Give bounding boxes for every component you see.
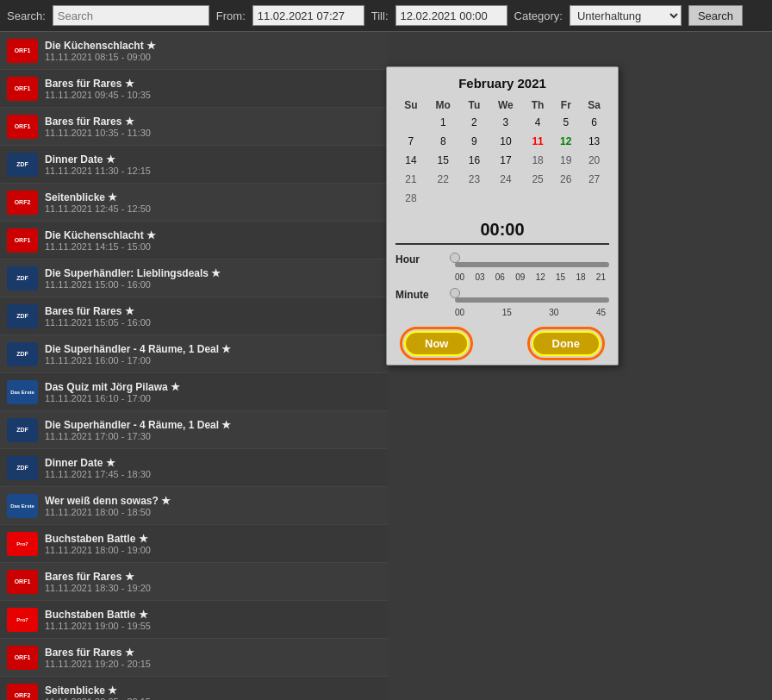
calendar-day[interactable]: 24 [489, 170, 523, 189]
channel-logo: ZDF [7, 153, 38, 177]
calendar-day[interactable]: 21 [395, 170, 426, 189]
category-label: Category: [514, 9, 563, 22]
program-info: Die Superhändler - 4 Räume, 1 Deal ★11.1… [45, 343, 231, 366]
program-title: Die Küchenschlacht ★ [45, 40, 156, 52]
calendar-day [523, 189, 553, 208]
program-item[interactable]: ZDFDinner Date ★11.11.2021 11:30 - 12:15 [0, 146, 388, 184]
calendar-day[interactable]: 17 [489, 151, 523, 170]
calendar-day[interactable]: 11 [523, 132, 553, 151]
calendar-day[interactable]: 18 [523, 151, 553, 170]
calendar-day-header: Fr [552, 97, 579, 113]
program-time: 11.11.2021 18:00 - 19:00 [45, 545, 151, 555]
channel-logo: Das Erste [7, 494, 38, 518]
calendar-week-row: 28 [395, 189, 609, 208]
calendar-day [426, 189, 460, 208]
calendar-day[interactable]: 3 [489, 113, 523, 132]
till-label: Till: [371, 9, 389, 22]
program-item[interactable]: ORF1Bares für Rares ★11.11.2021 09:45 - … [0, 70, 388, 108]
program-item[interactable]: Pro7Buchstaben Battle ★11.11.2021 19:00 … [0, 601, 388, 639]
program-item[interactable]: ORF2Seitenblicke ★11.11.2021 20:05 - 20:… [0, 677, 388, 700]
search-button[interactable]: Search [688, 5, 743, 26]
channel-logo: ORF1 [7, 570, 38, 594]
till-input[interactable] [395, 5, 507, 26]
calendar-day[interactable]: 27 [579, 170, 609, 189]
program-item[interactable]: Das ErsteDas Quiz mit Jörg Pilawa ★11.11… [0, 373, 388, 411]
program-item[interactable]: ZDFDie Superhändler - 4 Räume, 1 Deal ★1… [0, 335, 388, 373]
calendar-day[interactable]: 15 [426, 151, 460, 170]
program-item[interactable]: ZDFBares für Rares ★11.11.2021 15:05 - 1… [0, 297, 388, 335]
hour-slider-thumb[interactable] [450, 253, 460, 263]
minute-tick: 00 [455, 308, 464, 317]
category-select[interactable]: UnterhaltungSportNewsFilmeSerien [570, 5, 682, 26]
program-time: 11.11.2021 17:00 - 17:30 [45, 431, 231, 441]
calendar-day[interactable]: 6 [579, 113, 609, 132]
program-info: Buchstaben Battle ★11.11.2021 18:00 - 19… [45, 533, 151, 555]
channel-logo: ORF2 [7, 191, 38, 215]
program-item[interactable]: Pro7Buchstaben Battle ★11.11.2021 18:00 … [0, 525, 388, 563]
minute-slider-thumb[interactable] [450, 288, 460, 298]
program-info: Bares für Rares ★11.11.2021 18:30 - 19:2… [45, 571, 151, 593]
calendar-day[interactable]: 13 [579, 132, 609, 151]
calendar-day[interactable]: 5 [552, 113, 579, 132]
program-time: 11.11.2021 20:05 - 20:15 [45, 697, 151, 701]
calendar-day[interactable]: 28 [395, 189, 426, 208]
program-info: Die Küchenschlacht ★11.11.2021 14:15 - 1… [45, 229, 156, 252]
program-item[interactable]: ORF1Bares für Rares ★11.11.2021 18:30 - … [0, 563, 388, 601]
program-info: Bares für Rares ★11.11.2021 15:05 - 16:0… [45, 305, 151, 328]
calendar-day-header: Su [395, 97, 426, 113]
calendar-day[interactable]: 16 [460, 151, 489, 170]
program-info: Wer weiß denn sowas? ★11.11.2021 18:00 -… [45, 495, 171, 517]
calendar-day[interactable]: 8 [426, 132, 460, 151]
from-label: From: [216, 9, 246, 22]
program-title: Die Küchenschlacht ★ [45, 229, 156, 241]
calendar-day[interactable]: 23 [460, 170, 489, 189]
hour-tick: 18 [576, 272, 585, 282]
calendar-day[interactable]: 12 [552, 132, 579, 151]
calendar-day[interactable]: 25 [523, 170, 553, 189]
program-item[interactable]: ZDFDie Superhändler: Lieblingsdeals ★11.… [0, 259, 388, 297]
search-input[interactable] [53, 5, 209, 26]
minute-slider-track [443, 287, 609, 303]
channel-logo: ORF1 [7, 77, 38, 101]
from-input[interactable] [252, 5, 364, 26]
program-item[interactable]: ZDFDie Superhändler - 4 Räume, 1 Deal ★1… [0, 411, 388, 449]
hour-slider-track [443, 252, 609, 267]
program-title: Die Superhändler - 4 Räume, 1 Deal ★ [45, 343, 231, 355]
minute-row: Minute [395, 287, 609, 303]
program-item[interactable]: Das ErsteWer weiß denn sowas? ★11.11.202… [0, 487, 388, 525]
program-time: 11.11.2021 11:30 - 12:15 [45, 166, 151, 176]
program-info: Seitenblicke ★11.11.2021 20:05 - 20:15 [45, 684, 151, 701]
program-item[interactable]: ORF1Bares für Rares ★11.11.2021 10:35 - … [0, 108, 388, 146]
program-info: Bares für Rares ★11.11.2021 10:35 - 11:3… [45, 116, 151, 138]
program-time: 11.11.2021 16:00 - 17:00 [45, 355, 231, 366]
calendar-day-header: Sa [579, 97, 609, 113]
program-item[interactable]: ORF1Die Küchenschlacht ★11.11.2021 14:15… [0, 222, 388, 259]
calendar-week-row: 123456 [395, 113, 609, 132]
calendar-header-row: SuMoTuWeThFrSa [395, 97, 609, 113]
program-info: Die Superhändler: Lieblingsdeals ★11.11.… [45, 267, 221, 290]
calendar-title: February 2021 [395, 76, 609, 91]
program-time: 11.11.2021 15:00 - 16:00 [45, 279, 221, 290]
calendar-day[interactable]: 10 [489, 132, 523, 151]
calendar-day[interactable]: 26 [552, 170, 579, 189]
calendar-day[interactable]: 20 [579, 151, 609, 170]
calendar-day[interactable]: 2 [460, 113, 489, 132]
calendar-day[interactable]: 19 [552, 151, 579, 170]
hour-row: Hour [395, 252, 609, 267]
calendar-day[interactable]: 1 [426, 113, 460, 132]
program-item[interactable]: ORF1Die Küchenschlacht ★11.11.2021 08:15… [0, 32, 388, 70]
program-title: Seitenblicke ★ [45, 191, 151, 203]
program-item[interactable]: ORF1Bares für Rares ★11.11.2021 19:20 - … [0, 639, 388, 677]
program-time: 11.11.2021 17:45 - 18:30 [45, 469, 151, 479]
program-title: Bares für Rares ★ [45, 305, 151, 317]
done-button[interactable]: Done [532, 331, 601, 356]
calendar-day[interactable]: 22 [426, 170, 460, 189]
calendar-day[interactable]: 9 [460, 132, 489, 151]
calendar-day[interactable]: 14 [395, 151, 426, 170]
now-button[interactable]: Now [404, 331, 469, 356]
calendar-day[interactable]: 4 [523, 113, 553, 132]
calendar-day[interactable]: 7 [395, 132, 426, 151]
program-item[interactable]: ZDFDinner Date ★11.11.2021 17:45 - 18:30 [0, 449, 388, 487]
program-time: 11.11.2021 19:00 - 19:55 [45, 621, 151, 631]
program-item[interactable]: ORF2Seitenblicke ★11.11.2021 12:45 - 12:… [0, 184, 388, 222]
